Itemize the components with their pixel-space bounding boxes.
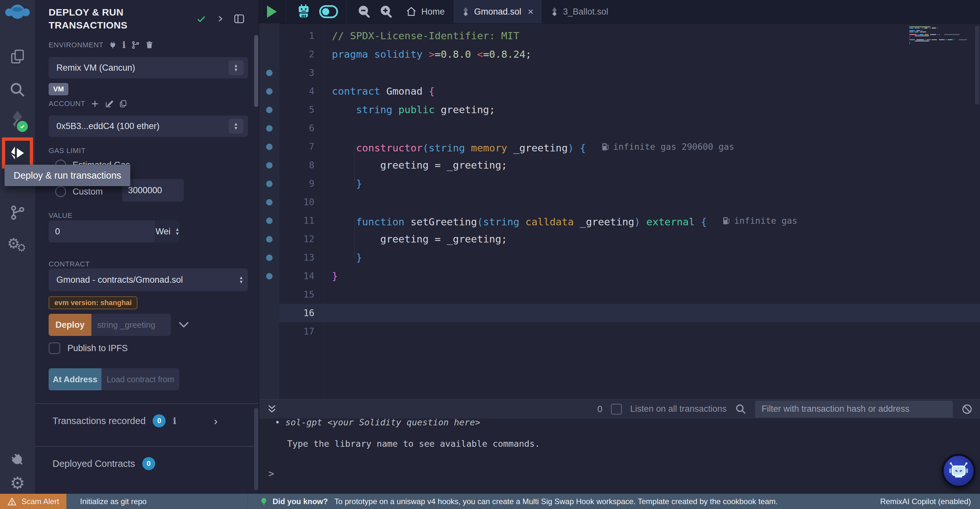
remix-logo[interactable] xyxy=(0,4,35,23)
code-line-17[interactable] xyxy=(332,322,905,341)
fork-environment-icon[interactable] xyxy=(131,40,140,49)
code-line-13[interactable]: } xyxy=(332,248,905,267)
scam-alert-button[interactable]: Scam Alert xyxy=(0,494,67,509)
edit-account-icon[interactable] xyxy=(105,99,114,108)
plugin-manager-icon[interactable] xyxy=(0,451,35,469)
line-number[interactable]: 13 xyxy=(272,252,324,263)
code-editor[interactable]: 1234567891011121314151617 // SPDX-Licens… xyxy=(259,23,980,399)
code-line-12[interactable]: greeting = _greeting; xyxy=(332,230,905,248)
plug-icon[interactable] xyxy=(108,41,117,49)
info-icon[interactable]: i xyxy=(173,416,176,426)
code-line-15[interactable] xyxy=(332,285,905,304)
copilot-toggle-icon[interactable] xyxy=(319,5,338,18)
collapse-terminal-icon[interactable] xyxy=(266,404,277,415)
line-number[interactable]: 9 xyxy=(272,178,324,189)
modified-line-marker[interactable] xyxy=(266,180,272,187)
custom-gas-option[interactable]: Custom xyxy=(55,186,103,197)
line-number[interactable]: 4 xyxy=(272,86,324,97)
tab-home[interactable]: Home xyxy=(397,0,453,23)
modified-line-marker[interactable] xyxy=(266,254,272,261)
modified-line-marker[interactable] xyxy=(266,273,272,279)
custom-gas-input[interactable] xyxy=(122,179,184,202)
code-line-6[interactable] xyxy=(332,119,905,137)
modified-line-marker[interactable] xyxy=(266,236,272,243)
at-address-button[interactable]: At Address xyxy=(49,368,102,390)
line-number[interactable]: 12 xyxy=(272,234,324,244)
deployed-contracts-row[interactable]: Deployed Contracts 0 xyxy=(35,447,259,480)
line-number[interactable]: 7 xyxy=(272,141,324,152)
line-number[interactable]: 8 xyxy=(272,160,324,171)
transactions-recorded-row[interactable]: Transactions recorded 0 i › xyxy=(35,404,259,438)
panel-scrollbar-thumb[interactable] xyxy=(254,408,258,490)
line-number[interactable]: 11 xyxy=(272,215,324,226)
modified-line-marker[interactable] xyxy=(266,162,272,169)
search-icon[interactable] xyxy=(0,81,35,99)
line-number[interactable]: 14 xyxy=(272,271,324,281)
custom-gas-radio[interactable] xyxy=(55,186,66,197)
terminal-prompt[interactable]: > xyxy=(268,468,274,479)
tab-ballot-sol[interactable]: 3_Ballot.sol xyxy=(542,0,617,23)
transaction-filter-input[interactable] xyxy=(755,401,953,418)
trash-icon[interactable] xyxy=(145,40,154,49)
modified-line-marker[interactable] xyxy=(266,144,272,150)
account-select[interactable]: 0x5B3...eddC4 (100 ether) ▲▼ xyxy=(49,115,248,137)
line-number[interactable]: 1 xyxy=(272,30,324,41)
modified-line-marker[interactable] xyxy=(266,199,272,206)
expand-constructor-chevron-icon[interactable] xyxy=(178,321,189,329)
modified-line-marker[interactable] xyxy=(266,125,272,132)
minimap[interactable] xyxy=(909,26,968,48)
editor-scrollbar-thumb[interactable] xyxy=(975,26,979,104)
code-line-16[interactable] xyxy=(332,304,905,322)
value-unit-select[interactable]: Wei ▲▼ xyxy=(155,220,180,243)
terminal-output[interactable]: • sol-gpt <your Solidity question here> … xyxy=(259,418,980,493)
close-tab-icon[interactable]: × xyxy=(528,6,534,17)
code-line-1[interactable]: // SPDX-License-Identifier: MIT xyxy=(332,27,905,45)
code-line-8[interactable]: greeting = _greeting; xyxy=(332,156,905,174)
panel-check-icon[interactable] xyxy=(195,14,207,24)
settings-icon[interactable]: ⚙ xyxy=(0,474,35,492)
init-git-repo-button[interactable]: Initialize as git repo xyxy=(67,494,248,509)
line-number[interactable]: 17 xyxy=(272,326,324,337)
tab-gmonad-sol[interactable]: Gmonad.sol × xyxy=(453,0,542,23)
ai-robot-icon[interactable] xyxy=(295,3,312,20)
line-number[interactable]: 2 xyxy=(272,49,324,60)
panel-collapse-chevron-icon[interactable] xyxy=(216,14,224,24)
run-script-button[interactable] xyxy=(267,5,277,18)
solidity-unit-testing-icon[interactable]: ⚙⚙▶ xyxy=(0,237,35,256)
code-line-14[interactable]: } xyxy=(332,267,905,285)
deploy-button[interactable]: Deploy xyxy=(49,314,91,336)
value-input[interactable] xyxy=(49,220,155,243)
modified-line-marker[interactable] xyxy=(266,217,272,224)
git-icon[interactable] xyxy=(0,204,35,222)
contract-select[interactable]: Gmonad - contracts/Gmonad.sol ▲▼ xyxy=(49,268,248,291)
clear-terminal-icon[interactable] xyxy=(961,403,973,415)
publish-ipfs-checkbox[interactable] xyxy=(49,342,60,354)
zoom-out-icon[interactable] xyxy=(357,4,372,19)
solidity-compiler-icon[interactable] xyxy=(0,110,35,131)
line-number[interactable]: 10 xyxy=(272,197,324,207)
split-panel-icon[interactable] xyxy=(233,13,246,25)
line-number[interactable]: 5 xyxy=(272,104,324,115)
modified-line-marker[interactable] xyxy=(266,70,272,76)
panel-scrollbar-thumb[interactable] xyxy=(254,35,258,107)
code-line-7[interactable]: constructor(string memory _greeting) {in… xyxy=(332,137,905,156)
code-line-11[interactable]: function setGreeting(string calldata _gr… xyxy=(332,211,905,230)
listen-transactions-checkbox[interactable] xyxy=(611,404,622,415)
modified-line-marker[interactable] xyxy=(266,107,272,113)
code-line-4[interactable]: contract Gmonad { xyxy=(332,82,905,101)
at-address-input[interactable] xyxy=(102,368,179,390)
add-account-icon[interactable] xyxy=(91,99,100,108)
line-number[interactable]: 6 xyxy=(272,123,324,134)
deploy-run-icon[interactable] xyxy=(2,137,33,169)
line-number[interactable]: 3 xyxy=(272,67,324,78)
code-line-3[interactable] xyxy=(332,64,905,82)
environment-select[interactable]: Remix VM (Cancun) ▲▼ xyxy=(49,57,248,78)
zoom-in-icon[interactable] xyxy=(379,4,394,19)
line-number[interactable]: 16 xyxy=(272,308,324,318)
modified-line-marker[interactable] xyxy=(266,88,272,95)
code-line-9[interactable]: } xyxy=(332,174,905,193)
copy-account-icon[interactable] xyxy=(119,99,127,108)
code-line-2[interactable]: pragma solidity >=0.8.0 <=0.8.24; xyxy=(332,45,905,64)
info-icon[interactable]: i xyxy=(122,40,126,50)
remixai-assistant-button[interactable] xyxy=(942,454,975,488)
